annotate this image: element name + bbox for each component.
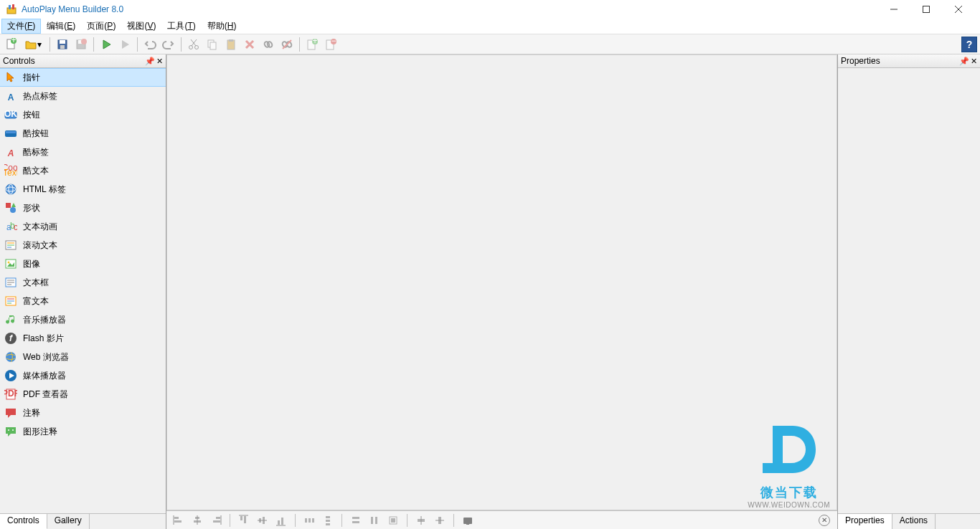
close-panel-icon[interactable]: ✕ bbox=[156, 57, 163, 66]
center-v-button[interactable] bbox=[432, 513, 448, 528]
copy-button[interactable] bbox=[204, 36, 221, 53]
control-item-cool-button[interactable]: 酷按钮 bbox=[0, 124, 166, 143]
cool-button-icon bbox=[4, 127, 17, 140]
control-item-media[interactable]: 媒体播放器 bbox=[0, 366, 166, 385]
align-bottom-button[interactable] bbox=[273, 513, 289, 528]
minimize-button[interactable] bbox=[877, 1, 910, 18]
control-item-globe[interactable]: HTML 标签 bbox=[0, 180, 166, 199]
play-button[interactable] bbox=[98, 36, 115, 53]
align-center-h-button[interactable] bbox=[189, 513, 205, 528]
control-item-graphic-comment[interactable]: 图形注释 bbox=[0, 422, 166, 441]
controls-panel-header: Controls 📌 ✕ bbox=[0, 54, 166, 68]
graphic-comment-icon bbox=[4, 425, 17, 438]
align-center-v-button[interactable] bbox=[255, 513, 270, 528]
control-label: HTML 标签 bbox=[23, 184, 66, 196]
dist-v-button[interactable] bbox=[320, 513, 336, 528]
menu-p[interactable]: 页面(P) bbox=[81, 19, 121, 34]
menu-t[interactable]: 工具(T) bbox=[161, 19, 201, 34]
comment-icon bbox=[4, 406, 17, 419]
add-page-button[interactable]: + bbox=[303, 36, 321, 53]
align-left-button[interactable] bbox=[171, 513, 187, 528]
control-item-comment[interactable]: 注释 bbox=[0, 404, 166, 422]
remove-page-button[interactable]: − bbox=[322, 36, 339, 53]
same-width-button[interactable] bbox=[348, 513, 364, 528]
svg-rect-23 bbox=[210, 42, 216, 49]
svg-marker-53 bbox=[11, 203, 16, 207]
help-button[interactable]: ? bbox=[961, 37, 977, 52]
play-disabled-button[interactable] bbox=[116, 36, 133, 53]
control-item-shapes[interactable]: 形状 bbox=[0, 199, 166, 217]
right-tab-properties[interactable]: Properties bbox=[838, 514, 892, 529]
svg-rect-115 bbox=[463, 518, 472, 524]
close-panel-icon[interactable]: ✕ bbox=[971, 57, 977, 66]
menu-f[interactable]: 文件(F) bbox=[1, 19, 41, 34]
svg-rect-97 bbox=[281, 518, 283, 525]
control-label: 酷按钮 bbox=[23, 128, 49, 140]
link-button[interactable] bbox=[260, 36, 277, 53]
save-disabled-button[interactable] bbox=[72, 36, 90, 53]
control-label: 形状 bbox=[23, 202, 40, 214]
same-height-button[interactable] bbox=[367, 513, 382, 528]
svg-point-18 bbox=[189, 45, 193, 49]
letter-a-red-icon: A bbox=[4, 146, 17, 158]
svg-rect-103 bbox=[326, 520, 330, 522]
image-icon bbox=[4, 257, 17, 270]
svg-text:+: + bbox=[312, 38, 317, 46]
menu-h[interactable]: 帮助(H) bbox=[202, 19, 242, 34]
pointer-icon bbox=[4, 71, 17, 84]
control-item-browser[interactable]: Web 浏览器 bbox=[0, 348, 166, 366]
svg-rect-104 bbox=[326, 523, 330, 525]
canvas-panel: ✕ 微当下载 WWW.WEIDOWN.COM bbox=[166, 54, 837, 529]
save-button[interactable] bbox=[54, 36, 71, 53]
close-button[interactable] bbox=[942, 1, 974, 18]
paste-button[interactable] bbox=[222, 36, 240, 53]
maximize-button[interactable] bbox=[910, 1, 942, 18]
control-item-textbox[interactable]: 文本框 bbox=[0, 273, 166, 292]
control-label: 酷标签 bbox=[23, 146, 49, 158]
dist-h-button[interactable] bbox=[301, 513, 317, 528]
pin-icon[interactable]: 📌 bbox=[959, 57, 969, 66]
control-item-music[interactable]: 音乐播放器 bbox=[0, 310, 166, 329]
left-tab-gallery[interactable]: Gallery bbox=[47, 514, 90, 529]
control-item-letter-a-blue[interactable]: A热点标签 bbox=[0, 87, 166, 105]
control-item-letter-a-red[interactable]: A酷标签 bbox=[0, 143, 166, 161]
align-right-button[interactable] bbox=[208, 513, 224, 528]
control-item-scroll-text[interactable]: 滚动文本 bbox=[0, 236, 166, 254]
cut-button[interactable] bbox=[185, 36, 202, 53]
svg-point-19 bbox=[195, 45, 199, 49]
same-size-button[interactable] bbox=[385, 513, 401, 528]
control-item-cool-text[interactable]: CoolText酷文本 bbox=[0, 161, 166, 180]
control-item-pointer[interactable]: 指针 bbox=[0, 68, 166, 87]
menu-v[interactable]: 视图(V) bbox=[121, 19, 161, 34]
control-item-text-anim[interactable]: abc文本动画 bbox=[0, 217, 166, 236]
close-document-icon[interactable]: ✕ bbox=[819, 515, 830, 526]
undo-button[interactable] bbox=[141, 36, 159, 53]
svg-rect-101 bbox=[312, 518, 314, 523]
svg-point-80 bbox=[12, 429, 14, 431]
control-item-richtext[interactable]: 富文本 bbox=[0, 292, 166, 310]
control-item-flash[interactable]: fFlash 影片 bbox=[0, 329, 166, 348]
menu-e[interactable]: 编辑(E) bbox=[41, 19, 81, 34]
left-tab-controls[interactable]: Controls bbox=[0, 514, 47, 529]
svg-rect-12 bbox=[60, 45, 65, 49]
canvas-area[interactable] bbox=[166, 54, 837, 510]
pin-icon[interactable]: 📌 bbox=[145, 57, 155, 66]
align-top-button[interactable] bbox=[236, 513, 252, 528]
svg-line-20 bbox=[192, 39, 197, 46]
control-item-pdf[interactable]: PDFPDF 查看器 bbox=[0, 385, 166, 404]
control-label: 注释 bbox=[23, 407, 40, 419]
control-label: 按钮 bbox=[23, 109, 40, 121]
shapes-icon bbox=[4, 201, 17, 214]
svg-marker-39 bbox=[7, 72, 14, 82]
new-file-button[interactable]: + bbox=[3, 36, 20, 53]
redo-button[interactable] bbox=[160, 36, 177, 53]
open-file-button[interactable]: ▾ bbox=[22, 36, 46, 53]
link-break-button[interactable] bbox=[278, 36, 296, 53]
center-h-button[interactable] bbox=[413, 513, 429, 528]
right-tab-actions[interactable]: Actions bbox=[892, 514, 936, 529]
control-item-image[interactable]: 图像 bbox=[0, 254, 166, 273]
control-label: 媒体播放器 bbox=[23, 370, 66, 382]
test-button[interactable] bbox=[460, 513, 476, 528]
control-item-ok-button[interactable]: OK按钮 bbox=[0, 105, 166, 124]
delete-button[interactable] bbox=[241, 36, 258, 53]
